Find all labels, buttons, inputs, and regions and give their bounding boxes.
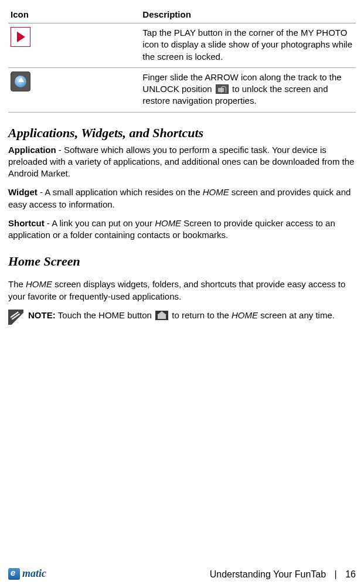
note-pre: Touch the HOME button [58,310,154,320]
home-italic: HOME [155,218,181,228]
text-pre: - A small application which resides on t… [38,187,203,197]
table-cell-description: Finger slide the ARROW icon along the tr… [140,67,356,112]
paragraph-shortcut: Shortcut - A link you can put on your HO… [8,217,356,242]
footer-right: Understanding Your FunTab | 16 [210,569,356,580]
page-footer: matic Understanding Your FunTab | 16 [8,567,356,580]
home-italic: HOME [232,310,258,320]
term-shortcut: Shortcut [8,218,45,228]
note-label: NOTE: [28,310,58,320]
paragraph-application: Application - Software which allows you … [8,144,356,180]
table-header-description: Description [140,7,356,23]
unlock-icon [216,84,229,94]
table-row: Finger slide the ARROW icon along the tr… [8,67,356,112]
icon-description-table: Icon Description Tap the PLAY button in … [8,7,356,113]
logo-badge-icon [8,568,20,580]
paragraph-home-intro: The HOME screen displays widgets, folder… [8,278,356,303]
note-block: NOTE: Touch the HOME button to return to… [8,310,356,325]
text-pre: The [8,279,26,289]
section-heading-applications: Applications, Widgets, and Shortcuts [8,125,356,141]
table-row: Tap the PLAY button in the corner of the… [8,23,356,68]
note-icon [8,310,23,325]
note-post: screen at any time. [258,310,335,320]
text-pre: - A link you can put on your [45,218,155,228]
note-text: NOTE: Touch the HOME button to return to… [28,310,335,321]
table-header-icon: Icon [8,7,140,23]
footer-separator: | [335,569,337,579]
term-widget: Widget [8,187,38,197]
section-heading-home-screen: Home Screen [8,254,356,269]
table-cell-description: Tap the PLAY button in the corner of the… [140,23,356,68]
brand-logo: matic [8,567,46,580]
page-number: 16 [345,569,356,579]
term-application: Application [8,145,56,155]
text-post: screen displays widgets, folders, and sh… [8,279,345,301]
arrow-up-icon [11,72,30,91]
note-mid: to return to the [169,310,232,320]
home-button-icon [155,311,168,320]
play-icon [11,27,30,47]
definition-application: - Software which allows you to perform a… [8,145,354,179]
paragraph-widget: Widget - A small application which resid… [8,186,356,210]
logo-text: matic [22,567,46,580]
chapter-title: Understanding Your FunTab [210,569,326,579]
home-italic: HOME [203,187,229,197]
home-italic: HOME [26,279,52,289]
